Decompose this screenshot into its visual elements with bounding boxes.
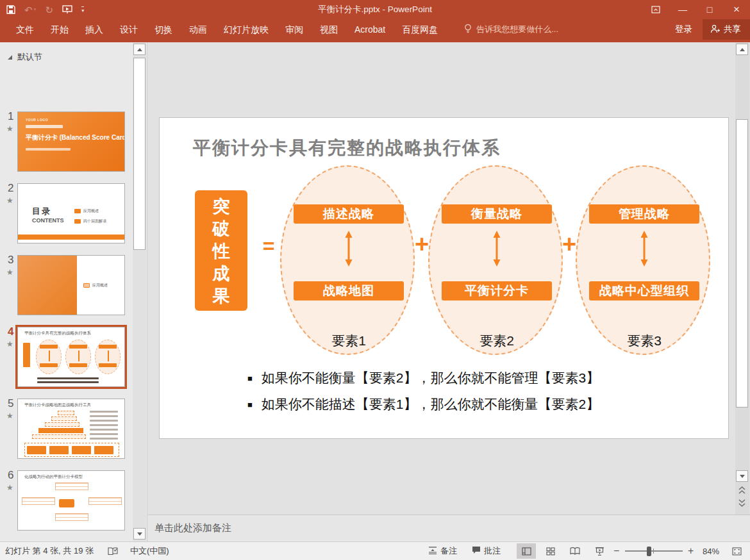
fit-slide-to-window-button[interactable]: [727, 543, 746, 559]
plus-sign-1[interactable]: +: [414, 231, 429, 258]
slide-number: 2: [8, 182, 13, 195]
notes-placeholder[interactable]: 单击此处添加备注: [154, 522, 231, 534]
notes-icon: [428, 546, 437, 556]
slide-counter[interactable]: 幻灯片 第 4 张, 共 19 张: [5, 542, 94, 560]
thumbnail-scroll-down-button[interactable]: [133, 528, 146, 539]
bullet-line-1: ■ 如果你不能衡量【要素2】，那么你就不能管理【要素3】: [247, 369, 599, 387]
slide-number: 1: [8, 110, 13, 123]
element-label-3[interactable]: 要素3: [577, 332, 712, 350]
slideshow-view-button[interactable]: [590, 543, 609, 559]
double-arrow-icon: [344, 231, 354, 269]
tab-slideshow[interactable]: 幻灯片放映: [215, 19, 277, 40]
slide-sorter-view-button[interactable]: [541, 543, 560, 559]
thumb1-subtitle-bar: [26, 125, 63, 128]
bar-manage-strategy[interactable]: 管理战略: [589, 204, 699, 224]
notes-toggle[interactable]: 备注: [428, 542, 457, 560]
slide-thumbnail-5[interactable]: 平衡计分卡战略地图是战略执行工具: [17, 399, 125, 459]
breakthrough-text: 突破性成果: [212, 195, 231, 308]
zoom-percentage[interactable]: 84%: [703, 542, 719, 560]
thumbnail-scroll-up-button[interactable]: [133, 44, 146, 55]
element-label-2[interactable]: 要素2: [429, 332, 564, 350]
zoom-out-button[interactable]: −: [613, 542, 619, 560]
bullet-line-2: ■ 如果你不能描述【要素1】，那么你就不能衡量【要素2】: [247, 395, 599, 413]
scroll-down-button[interactable]: [736, 470, 748, 482]
slide-thumbnail-6[interactable]: 化战略为行动的平衡计分卡模型: [17, 470, 125, 531]
text-line: [90, 415, 118, 417]
tab-design[interactable]: 设计: [112, 19, 146, 40]
slide-thumbnail-2[interactable]: 目录 CONTENTS 应用概述 四个层面解读: [17, 183, 125, 243]
slide-thumbnail-4-selected[interactable]: 平衡计分卡具有完整的战略执行体系: [17, 327, 125, 387]
animation-star-icon: ★: [6, 196, 13, 205]
tell-me-box[interactable]: 告诉我您想要做什么...: [464, 24, 558, 35]
tab-insert[interactable]: 插入: [77, 19, 112, 40]
minimize-button[interactable]: —: [669, 0, 696, 19]
thumb6-title: 化战略为行动的平衡计分卡模型: [24, 474, 83, 480]
mini-table: [88, 497, 122, 505]
spell-check-icon[interactable]: [108, 542, 118, 560]
previous-slide-button[interactable]: [738, 486, 746, 495]
slide-thumbnail-1[interactable]: YOUR LOGO 平衡计分卡 (Balanced Score Card): [17, 111, 125, 172]
plus-sign-2[interactable]: +: [562, 231, 577, 258]
comments-toggle[interactable]: 批注: [472, 542, 501, 560]
tab-transitions[interactable]: 切换: [146, 19, 181, 40]
thumb1-presenter-bar: [26, 148, 71, 151]
zoom-in-button[interactable]: +: [688, 542, 694, 560]
window-controls: — □ ×: [642, 0, 750, 19]
maximize-button[interactable]: □: [696, 0, 723, 19]
pyramid-step-filled: [38, 428, 83, 433]
bar-measure-strategy[interactable]: 衡量战略: [442, 204, 552, 224]
tell-me-label: 告诉我您想要做什么...: [476, 24, 558, 35]
tab-view[interactable]: 视图: [312, 19, 346, 40]
double-arrow-icon: [639, 231, 649, 269]
section-header[interactable]: 默认节: [8, 51, 42, 63]
zoom-slider-handle[interactable]: [647, 547, 651, 556]
thumb4-bullet-bar: [37, 381, 99, 383]
thumbnail-scrollbar-thumb[interactable]: [133, 58, 146, 250]
breakthrough-block[interactable]: 突破性成果: [195, 190, 247, 311]
bar-balanced-scorecard[interactable]: 平衡计分卡: [442, 281, 552, 301]
language-indicator[interactable]: 中文(中国): [130, 542, 169, 560]
normal-view-button[interactable]: [517, 543, 536, 559]
zoom-slider-track[interactable]: [625, 550, 683, 552]
slide-title[interactable]: 平衡计分卡具有完整的战略执行体系: [193, 136, 501, 160]
slide-thumbnail-3[interactable]: 应用概述: [17, 255, 125, 315]
tab-file[interactable]: 文件: [8, 19, 42, 40]
share-button[interactable]: 共享: [703, 19, 750, 40]
sign-in-link[interactable]: 登录: [675, 24, 692, 35]
ribbon-display-options-button[interactable]: [642, 0, 669, 19]
tab-baidu-netdisk[interactable]: 百度网盘: [394, 19, 446, 40]
ellipse-group-1[interactable]: 描述战略 战略地图 要素1: [280, 165, 415, 355]
bar-describe-strategy[interactable]: 描述战略: [294, 204, 404, 224]
tab-acrobat[interactable]: Acrobat: [346, 19, 394, 40]
section-title: 默认节: [17, 51, 42, 63]
animation-star-icon: ★: [6, 483, 13, 492]
text-line: [90, 424, 118, 426]
close-button[interactable]: ×: [723, 0, 750, 19]
thumb4-title: 平衡计分卡具有完整的战略执行体系: [24, 331, 91, 336]
equals-sign[interactable]: =: [257, 235, 280, 258]
scrollbar-thumb[interactable]: [736, 119, 748, 408]
bar-strategy-map[interactable]: 战略地图: [294, 281, 404, 301]
slide-number-selected: 4: [8, 325, 13, 338]
slide-canvas[interactable]: 平衡计分卡具有完整的战略执行体系 突破性成果 = 描述战略 战略地图 要素1 +…: [159, 117, 729, 439]
thumb1-logo: YOUR LOGO: [26, 118, 48, 122]
tab-animations[interactable]: 动画: [181, 19, 215, 40]
bar-strategy-focused-org[interactable]: 战略中心型组织: [589, 281, 699, 301]
thumb5-bottom-box: [24, 443, 119, 457]
main-scrollbar[interactable]: [735, 42, 749, 515]
thumb2-bottom-bar: [18, 235, 125, 240]
tab-review[interactable]: 审阅: [277, 19, 312, 40]
ellipse-group-2[interactable]: 衡量战略 平衡计分卡 要素2: [428, 165, 563, 355]
reading-view-button[interactable]: [565, 543, 585, 559]
tab-home[interactable]: 开始: [42, 19, 77, 40]
scroll-up-button[interactable]: [736, 44, 748, 55]
double-arrow-icon: [492, 231, 502, 269]
slide-number: 5: [8, 397, 13, 410]
element-label-1[interactable]: 要素1: [281, 332, 416, 350]
thumbnail-scrollbar[interactable]: [133, 42, 146, 541]
slide-bullets[interactable]: ■ 如果你不能衡量【要素2】，那么你就不能管理【要素3】 ■ 如果你不能描述【要…: [247, 369, 599, 422]
ellipse-group-3[interactable]: 管理战略 战略中心型组织 要素3: [576, 165, 710, 355]
notes-pane[interactable]: 单击此处添加备注: [148, 515, 750, 541]
next-slide-button[interactable]: [738, 498, 746, 507]
thumb4-bullet-bar: [37, 377, 99, 379]
